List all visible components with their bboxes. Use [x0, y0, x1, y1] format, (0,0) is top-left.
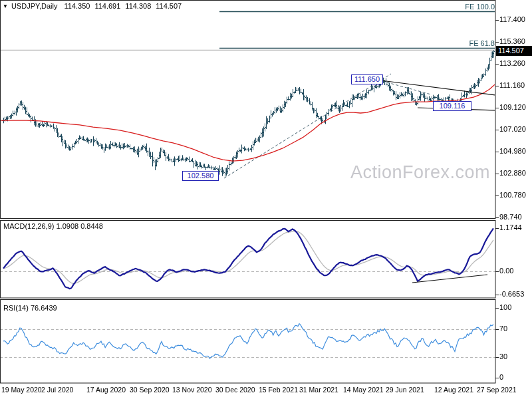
price-axis-tick-label: 109.120	[499, 103, 526, 111]
x-axis-date-label: 29 Jun 2021	[386, 386, 424, 394]
price-level-annotation: 111.650	[351, 74, 383, 84]
symbol-timeframe-label: USDJPY,Daily	[11, 2, 58, 10]
price-level-annotation: 102.580	[182, 171, 219, 181]
price-axis-tick-label: 104.980	[499, 147, 526, 155]
ohlc-high-value: 114.691	[94, 2, 120, 10]
macd-indicator-label: MACD(12,26,9) 1.0908 0.8448	[3, 222, 103, 230]
rsi-axis-tick-label: 0	[499, 373, 503, 381]
ohlc-open-value: 114.350	[64, 2, 90, 10]
price-axis-tick-label: 111.160	[499, 81, 525, 89]
current-price-tag: 114.507	[496, 46, 532, 56]
rsi-axis-tick-label: 100	[499, 303, 511, 311]
fib-extension-label: FE 61.8	[469, 39, 495, 47]
x-axis-date-label: 2 Jul 2020	[41, 386, 73, 394]
x-axis-date-label: 19 May 2020	[1, 386, 42, 394]
fib-extension-label: FE 100.0	[465, 3, 495, 11]
x-axis-date-label: 12 Aug 2021	[434, 386, 473, 394]
price-axis-tick-label: 117.400	[499, 15, 525, 23]
x-axis-date-label: 17 Aug 2020	[86, 386, 126, 394]
price-axis-tick-label: 115.360	[499, 37, 525, 45]
symbol-marker-icon: ▼	[3, 3, 8, 9]
x-axis-date-label: 27 Sep 2021	[477, 386, 517, 394]
price-axis-tick-label: 98.740	[499, 213, 522, 221]
ohlc-low-value: 114.308	[125, 2, 151, 10]
chart-title: ▼ USDJPY,Daily 114.350 114.691 114.308 1…	[3, 2, 186, 10]
price-axis-tick-label: 100.780	[499, 191, 526, 199]
price-axis-tick-label: 102.880	[499, 169, 526, 177]
price-axis-tick-label: 107.020	[499, 125, 526, 133]
watermark: ActionForex.com	[350, 162, 490, 183]
rsi-axis-tick-label: 70	[499, 325, 507, 332]
price-level-annotation: 109.116	[433, 101, 471, 111]
rsi-indicator-label: RSI(14) 76.6439	[3, 304, 57, 312]
x-axis-date-label: 30 Sep 2020	[130, 386, 170, 394]
chart-canvas	[0, 0, 532, 399]
x-axis-date-label: 14 May 2021	[343, 386, 384, 394]
rsi-axis-tick-label: 30	[499, 352, 507, 360]
macd-axis-tick-label: 1.1744	[499, 223, 522, 231]
forex-chart-window: ▼ USDJPY,Daily 114.350 114.691 114.308 1…	[0, 0, 532, 399]
ohlc-close-value: 114.507	[156, 2, 182, 10]
price-axis-tick-label: 113.260	[499, 59, 525, 67]
x-axis-date-label: 30 Dec 2020	[215, 386, 255, 394]
x-axis-date-label: 13 Nov 2020	[172, 386, 212, 394]
macd-axis-tick-label: -0.6653	[499, 290, 524, 298]
macd-axis-tick-label: 0.00	[499, 267, 513, 275]
x-axis-date-label: 31 Mar 2021	[299, 386, 338, 394]
x-axis-date-label: 15 Feb 2021	[259, 386, 298, 394]
